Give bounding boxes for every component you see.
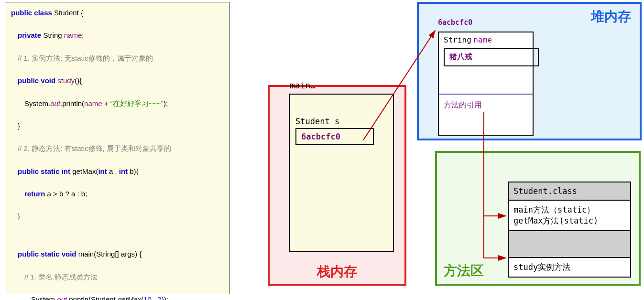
- class-row-blank: [509, 231, 630, 258]
- stack-memory-box: main… Student s 6acbcfc0 栈内存: [268, 85, 406, 286]
- method-area-title: 方法区: [444, 262, 484, 280]
- stack-var-value: 6acbcfc0: [295, 128, 374, 145]
- method-area-box: Student.class main方法（static） getMax方法(st…: [435, 151, 641, 286]
- heap-separator: [439, 94, 533, 95]
- stack-title: 栈内存: [270, 263, 404, 281]
- code-panel: public class Student { private String na…: [5, 2, 229, 294]
- stack-var-label: Student s: [295, 117, 387, 126]
- class-row-instance: study实例方法: [509, 258, 630, 277]
- heap-object-address: 6acbcfc0: [438, 18, 472, 27]
- class-row-header: Student.class: [509, 182, 630, 201]
- stack-frame-main: main… Student s 6acbcfc0: [289, 94, 394, 252]
- class-row-static: main方法（static） getMax方法(static): [509, 201, 630, 231]
- heap-field-label: String name: [444, 35, 492, 44]
- stack-frame-header: main…: [290, 80, 316, 90]
- heap-field-value: 猪八戒: [444, 48, 539, 66]
- heap-memory-box: 堆内存 6acbcfc0 String name 猪八戒 方法的引用: [417, 2, 642, 140]
- heap-title: 堆内存: [591, 8, 631, 26]
- class-table: Student.class main方法（static） getMax方法(st…: [508, 182, 631, 278]
- heap-object: String name 猪八戒 方法的引用: [438, 32, 534, 136]
- heap-method-ref: 方法的引用: [444, 100, 482, 110]
